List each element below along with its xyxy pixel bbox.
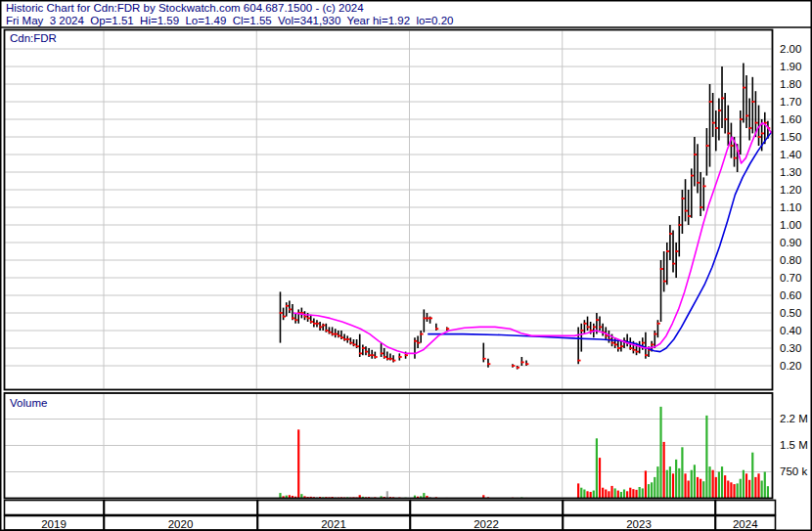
price-axis-label: 0.80 [780,254,801,267]
price-axis-label: 1.60 [780,113,801,126]
symbol-label: Cdn:FDR [10,32,57,45]
volume-axis-label: 750 k [780,465,807,478]
volume-axis-label: 1.5 M [780,439,808,452]
volume-panel-label: Volume [10,397,47,410]
year-label: 2020 [104,518,257,531]
price-axis-label: 0.30 [780,342,801,355]
price-axis-label: 1.80 [780,78,801,91]
price-axis-label: 0.60 [780,289,801,302]
chart-canvas [0,0,812,531]
volume-axis-label: 2.2 M [780,413,808,425]
price-axis-label: 1.10 [780,201,801,214]
price-axis-label: 0.40 [780,325,801,337]
chart-header-line1: Historic Chart for Cdn:FDR by Stockwatch… [6,2,364,15]
price-axis-label: 1.90 [780,61,801,73]
stockwatch-historic-chart: Historic Chart for Cdn:FDR by Stockwatch… [0,0,812,531]
price-axis-label: 0.70 [780,272,801,285]
year-label: 2022 [410,518,563,531]
year-label: 2023 [563,518,715,531]
chart-header-line2: Fri May 3 2024 Op=1.51 Hi=1.59 Lo=1.49 C… [6,15,453,27]
price-axis-label: 1.30 [780,166,801,179]
price-axis-label: 1.50 [780,131,801,144]
price-axis-label: 1.20 [780,184,801,197]
price-axis-label: 1.00 [780,219,801,232]
price-axis-label: 1.70 [780,96,801,109]
year-label: 2019 [4,518,104,531]
price-axis-label: 0.50 [780,307,801,320]
price-axis-label: 2.00 [780,43,801,56]
year-label: 2024 [715,518,776,531]
price-axis-label: 1.40 [780,149,801,161]
price-axis-label: 0.90 [780,237,801,249]
year-label: 2021 [257,518,410,531]
price-axis-label: 0.20 [780,360,801,373]
